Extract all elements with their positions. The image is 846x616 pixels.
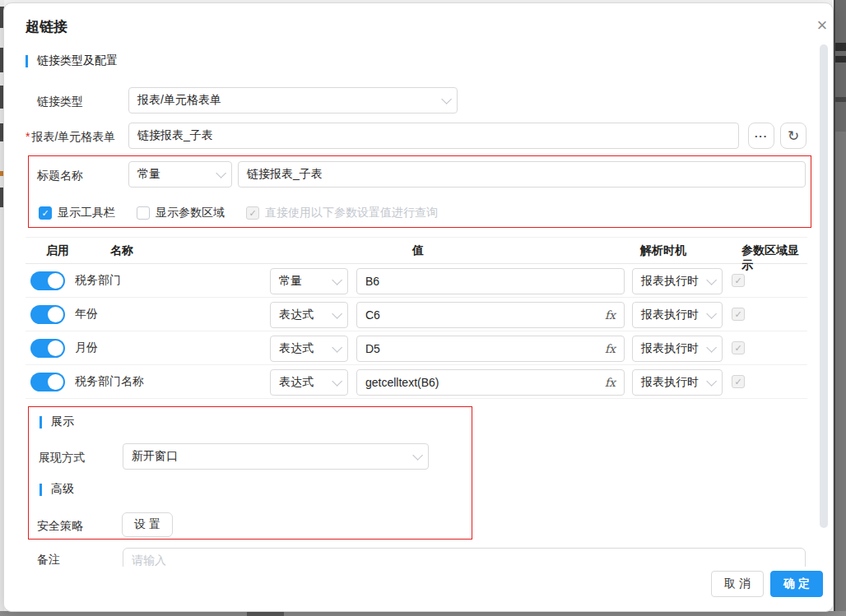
chevron-down-icon xyxy=(441,94,452,104)
display-mode-label: 展现方式 xyxy=(39,451,85,465)
param-value-input[interactable]: getcelltext(B6) fx xyxy=(356,369,625,396)
use-params-query-checkbox: ✓ xyxy=(246,206,259,220)
section-bar-icon xyxy=(40,416,42,428)
dialog-scrollbar[interactable] xyxy=(820,44,828,528)
parse-timing-select[interactable]: 报表执行时 xyxy=(632,369,723,396)
value-type: 常量 xyxy=(279,274,302,289)
title-name-input[interactable]: 链接报表_子表 xyxy=(238,161,806,188)
title-name-type-select[interactable]: 常量 xyxy=(128,161,232,188)
report-form-label: *报表/单元格表单 xyxy=(26,130,115,145)
enable-toggle[interactable] xyxy=(30,305,65,324)
header-enable: 启用 xyxy=(46,243,69,258)
chevron-down-icon xyxy=(412,450,423,461)
check-icon: ✓ xyxy=(734,309,741,320)
security-settings-button-label: 设 置 xyxy=(134,517,160,532)
show-param-area-label: 显示参数区域 xyxy=(156,206,225,220)
area-display-checkbox: ✓ xyxy=(732,308,745,321)
cancel-button[interactable]: 取 消 xyxy=(711,571,764,597)
close-icon[interactable]: × xyxy=(811,15,834,38)
value-type-select[interactable]: 表达式 xyxy=(270,336,348,362)
background-fragment xyxy=(835,56,846,63)
param-name: 月份 xyxy=(75,340,98,355)
enable-toggle[interactable] xyxy=(30,271,65,290)
section-link-config: 链接类型及配置 xyxy=(26,53,118,68)
param-value-input[interactable]: B6 xyxy=(356,268,625,294)
security-settings-button[interactable]: 设 置 xyxy=(122,512,173,537)
param-row: 税务部门 常量 B6 报表执行时 ✓ xyxy=(26,264,807,298)
section-advanced-title: 高级 xyxy=(51,482,74,497)
section-bar-icon xyxy=(40,484,42,496)
enable-toggle[interactable] xyxy=(30,339,65,358)
fx-formula-icon[interactable]: fx xyxy=(605,376,616,389)
parse-timing-select[interactable]: 报表执行时 xyxy=(632,336,723,362)
enable-toggle[interactable] xyxy=(30,373,65,391)
toolbar-options-row: ✓ 显示工具栏 ✓ 显示参数区域 ✓ 直接使用以下参数设置值进行查询 xyxy=(39,206,438,220)
toggle-knob xyxy=(48,340,63,356)
parse-timing-select[interactable]: 报表执行时 xyxy=(632,302,723,328)
required-mark: * xyxy=(26,130,30,143)
param-value-input[interactable]: D5 fx xyxy=(356,336,625,362)
fx-formula-icon[interactable]: fx xyxy=(605,308,616,322)
check-icon: ✓ xyxy=(734,343,741,354)
use-params-query-label: 直接使用以下参数设置值进行查询 xyxy=(265,206,438,220)
title-name-label: 标题名称 xyxy=(37,169,83,183)
parse-timing: 报表执行时 xyxy=(641,274,699,289)
parse-timing-select[interactable]: 报表执行时 xyxy=(632,268,723,294)
chevron-down-icon xyxy=(332,376,342,387)
link-type-select[interactable]: 报表/单元格表单 xyxy=(128,87,458,113)
check-icon: ✓ xyxy=(734,276,741,286)
parse-timing: 报表执行时 xyxy=(641,341,699,356)
value-type: 表达式 xyxy=(279,375,314,390)
value-type-select[interactable]: 表达式 xyxy=(270,302,348,328)
chevron-down-icon xyxy=(706,308,717,319)
display-mode-select[interactable]: 新开窗口 xyxy=(123,443,429,470)
value-type: 表达式 xyxy=(279,308,314,322)
dialog-title: 超链接 xyxy=(26,17,67,36)
param-value-input[interactable]: C6 fx xyxy=(356,302,625,328)
header-name: 名称 xyxy=(110,243,133,258)
title-name-value: 链接报表_子表 xyxy=(247,167,323,182)
value-type-select[interactable]: 常量 xyxy=(270,268,348,294)
header-value: 值 xyxy=(412,243,424,258)
section-display: 展示 xyxy=(40,415,74,429)
section-advanced: 高级 xyxy=(40,482,74,497)
value-type: 表达式 xyxy=(279,341,314,356)
section-link-config-title: 链接类型及配置 xyxy=(37,53,118,68)
parameters-table-header: 启用 名称 值 解析时机 参数区域显示 xyxy=(26,237,807,264)
section-bar-icon xyxy=(26,55,28,67)
chevron-down-icon xyxy=(332,342,342,353)
check-icon: ✓ xyxy=(249,208,256,219)
toggle-knob xyxy=(48,307,63,322)
background-fragment xyxy=(835,132,846,616)
report-form-input[interactable]: 链接报表_子表 xyxy=(128,123,739,149)
dialog-scroll-content[interactable]: 超链接 链接类型及配置 链接类型 报表/单元格表单 *报表/单元格表单 链接报表… xyxy=(4,3,833,568)
chevron-down-icon xyxy=(332,275,342,285)
value-type-select[interactable]: 表达式 xyxy=(270,369,348,396)
param-value: D5 xyxy=(365,342,380,355)
confirm-button[interactable]: 确 定 xyxy=(770,571,823,597)
chevron-down-icon xyxy=(706,275,717,285)
link-type-label: 链接类型 xyxy=(37,95,83,109)
refresh-icon: ↻ xyxy=(788,127,799,145)
chevron-down-icon xyxy=(706,342,717,353)
show-toolbar-label: 显示工具栏 xyxy=(58,206,115,220)
report-form-label-text: 报表/单元格表单 xyxy=(31,130,115,143)
header-parse-timing: 解析时机 xyxy=(640,243,686,258)
param-row: 年份 表达式 C6 fx 报表执行时 ✓ xyxy=(26,298,807,331)
area-display-checkbox: ✓ xyxy=(732,375,745,388)
parse-timing: 报表执行时 xyxy=(641,375,699,390)
remark-input[interactable]: 请输入 xyxy=(123,548,806,568)
area-display-checkbox: ✓ xyxy=(732,341,745,354)
browse-report-button[interactable]: ··· xyxy=(748,123,774,149)
report-form-value: 链接报表_子表 xyxy=(137,128,213,143)
title-name-type-value: 常量 xyxy=(137,167,160,182)
refresh-button[interactable]: ↻ xyxy=(780,123,806,149)
remark-label: 备注 xyxy=(37,553,60,567)
highlight-box-display-advanced xyxy=(28,406,472,540)
param-value: C6 xyxy=(365,308,380,322)
fx-formula-icon[interactable]: fx xyxy=(605,342,616,355)
parse-timing: 报表执行时 xyxy=(641,308,699,322)
show-toolbar-checkbox[interactable]: ✓ xyxy=(39,206,52,220)
param-row: 税务部门名称 表达式 getcelltext(B6) fx 报表执行时 ✓ xyxy=(26,365,807,399)
show-param-area-checkbox[interactable]: ✓ xyxy=(137,206,150,220)
